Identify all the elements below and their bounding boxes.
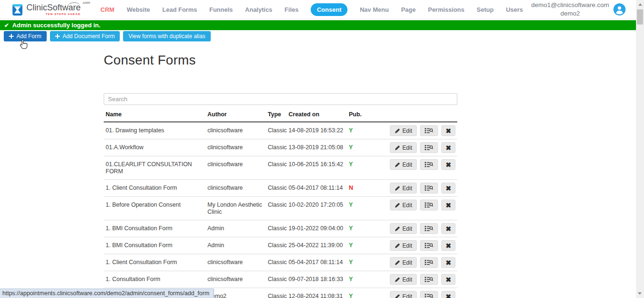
edit-button-label: Edit	[403, 259, 413, 266]
consent-forms-table: Name Author Type Created on Pub. 01. Dra…	[104, 105, 457, 298]
delete-button[interactable]: ✖	[441, 257, 455, 268]
list-search-icon	[425, 242, 433, 249]
delete-button[interactable]: ✖	[441, 125, 455, 136]
cell-created: 09-07-2018 18:16:33	[287, 271, 347, 288]
edit-button[interactable]: Edit	[390, 240, 417, 251]
scroll-up-arrow-icon[interactable]	[638, 3, 642, 6]
add-form-button[interactable]: Add Form	[4, 31, 47, 41]
cell-author: Demo2	[206, 288, 266, 298]
delete-button[interactable]: ✖	[441, 183, 455, 193]
cell-name: 01.CLEARLIFT CONSULTATION FORM	[104, 156, 206, 180]
view-entries-button[interactable]	[420, 142, 438, 153]
cell-type: Classic	[266, 180, 287, 197]
delete-button[interactable]: ✖	[441, 223, 455, 234]
cell-name: 01. Drawing templates	[104, 122, 206, 139]
menu-item-setup[interactable]: Setup	[477, 6, 494, 13]
x-icon: ✖	[446, 161, 451, 169]
view-entries-button[interactable]	[420, 223, 438, 234]
cell-created: 14-08-2019 16:53:22	[287, 122, 347, 139]
menu-item-lead-forms[interactable]: Lead Forms	[162, 6, 197, 13]
cell-author: clinicsoftware	[206, 156, 266, 180]
x-icon: ✖	[446, 293, 451, 298]
pencil-icon	[395, 145, 400, 151]
pencil-icon	[395, 128, 400, 134]
cell-created: 10-02-2020 17:20:05	[287, 197, 347, 220]
edit-button[interactable]: Edit	[390, 183, 417, 193]
view-entries-button[interactable]	[420, 291, 438, 298]
edit-button-label: Edit	[403, 185, 413, 192]
edit-button[interactable]: Edit	[390, 274, 417, 285]
view-entries-button[interactable]	[420, 240, 438, 251]
delete-button[interactable]: ✖	[441, 200, 455, 210]
edit-button-label: Edit	[403, 161, 413, 168]
pencil-icon	[395, 202, 400, 208]
menu-item-page[interactable]: Page	[401, 6, 416, 13]
cell-pub: Y	[347, 237, 377, 254]
user-email: demo1@clinicsoftware.com	[531, 1, 609, 9]
edit-button-label: Edit	[403, 145, 413, 151]
edit-button[interactable]: Edit	[390, 223, 417, 234]
delete-button[interactable]: ✖	[441, 159, 455, 170]
cell-type: Classic	[266, 271, 287, 288]
plus-icon	[55, 34, 60, 39]
col-header-name: Name	[104, 105, 206, 122]
edit-button[interactable]: Edit	[390, 200, 417, 210]
cell-author: clinicsoftware	[206, 139, 266, 156]
edit-button[interactable]: Edit	[390, 142, 417, 153]
delete-button[interactable]: ✖	[441, 291, 455, 298]
view-duplicate-alias-button[interactable]: View forms with duplicate alias	[123, 31, 210, 41]
menu-item-website[interactable]: Website	[127, 6, 150, 13]
logo[interactable]: ClinicSoftware .com TEN STEPS AHEAD	[12, 2, 89, 16]
cell-created: 10-06-2015 16:15:42	[287, 156, 347, 180]
menu-item-permissions[interactable]: Permissions	[428, 6, 464, 13]
cell-pub: N	[347, 180, 377, 197]
pencil-icon	[395, 294, 400, 298]
edit-button-label: Edit	[403, 293, 413, 298]
edit-button[interactable]: Edit	[390, 159, 417, 170]
menu-item-nav-menu[interactable]: Nav Menu	[360, 6, 388, 13]
edit-button-label: Edit	[403, 128, 413, 134]
add-document-form-button[interactable]: Add Document Form	[50, 31, 120, 41]
edit-button[interactable]: Edit	[390, 257, 417, 268]
menu-item-funnels[interactable]: Funnels	[209, 6, 233, 13]
cell-name: 1. Before Operation Consent	[104, 197, 206, 220]
view-entries-button[interactable]	[420, 200, 438, 210]
menu-item-users[interactable]: Users	[506, 6, 523, 13]
edit-button[interactable]: Edit	[390, 125, 417, 136]
avatar[interactable]	[613, 3, 626, 16]
view-entries-button[interactable]	[420, 159, 438, 170]
cell-created: 12-08-2024 11:08:31	[287, 288, 347, 298]
table-row: 1. Consultation Form clinicsoftware Clas…	[104, 271, 457, 288]
delete-button[interactable]: ✖	[441, 240, 455, 251]
delete-button[interactable]: ✖	[441, 274, 455, 285]
delete-button[interactable]: ✖	[441, 142, 455, 153]
view-entries-button[interactable]	[420, 274, 438, 285]
view-entries-button[interactable]	[420, 257, 438, 268]
pencil-icon	[395, 226, 400, 232]
table-row: 01. Drawing templates clinicsoftware Cla…	[104, 122, 457, 139]
cell-pub: Y	[347, 220, 377, 237]
menu-item-files[interactable]: Files	[285, 6, 299, 13]
menu-item-consent[interactable]: Consent	[311, 3, 347, 16]
table-row: 1. Client Consultation Form clinicsoftwa…	[104, 254, 457, 271]
table-row: 1. BMI Consultation Form Admin Classic 1…	[104, 220, 457, 237]
x-icon: ✖	[446, 276, 451, 283]
view-entries-button[interactable]	[420, 183, 438, 193]
edit-button[interactable]: Edit	[390, 291, 417, 298]
alert-message: Admin successfully logged in.	[12, 22, 100, 29]
cell-created: 05-04-2017 08:11:14	[287, 254, 347, 271]
scroll-down-arrow-icon[interactable]	[638, 292, 642, 295]
view-entries-button[interactable]	[420, 125, 438, 136]
menu-item-crm[interactable]: CRM	[100, 6, 115, 13]
cell-name: 1. BMI Consultation Form	[104, 220, 206, 237]
x-icon: ✖	[446, 225, 451, 233]
cell-pub: Y	[347, 139, 377, 156]
vertical-scrollbar[interactable]	[636, 0, 644, 298]
main-content: Consent Forms Name Author Type Created o…	[104, 53, 457, 298]
menu-item-analytics[interactable]: Analytics	[245, 6, 272, 13]
search-input[interactable]	[104, 93, 457, 105]
check-icon: ✔	[4, 23, 9, 28]
scrollbar-thumb[interactable]	[637, 9, 643, 24]
col-header-author: Author	[206, 105, 266, 122]
cell-type: Classic	[266, 254, 287, 271]
